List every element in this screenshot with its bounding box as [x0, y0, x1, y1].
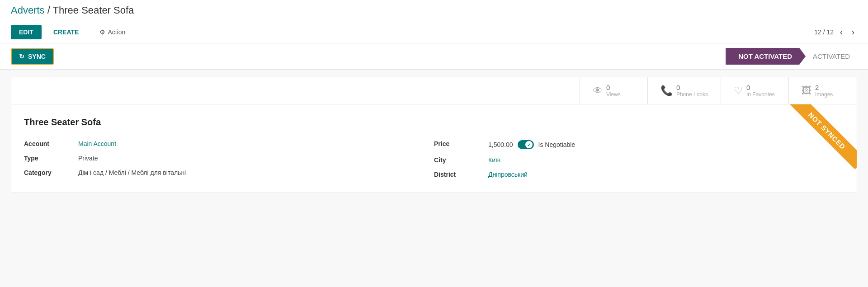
action-label: Action: [108, 28, 125, 36]
views-count: 0: [606, 84, 621, 91]
create-button[interactable]: CREATE: [45, 25, 87, 39]
stats-row: 👁 0 Views 📞 0 Phone Looks ♡ 0 In Favorit…: [11, 77, 857, 104]
stat-phone-looks: 📞 0 Phone Looks: [648, 77, 721, 104]
price-label: Price: [434, 140, 488, 147]
price-row: 1,500.00 ✓ Is Negotiable: [488, 140, 575, 149]
sync-button[interactable]: ↻ SYNC: [11, 48, 54, 65]
field-account: Account Main Account: [24, 136, 434, 151]
fields-grid: Account Main Account Type Private Catego…: [24, 136, 844, 182]
content-area: 👁 0 Views 📞 0 Phone Looks ♡ 0 In Favorit…: [0, 70, 868, 200]
type-label: Type: [24, 155, 78, 162]
toggle-check-icon: ✓: [527, 142, 531, 147]
breadcrumb-current: Three Seater Sofa: [53, 5, 134, 16]
status-activated[interactable]: ACTIVATED: [806, 48, 857, 65]
fields-left: Account Main Account Type Private Catego…: [24, 136, 434, 182]
card-title: Three Seater Sofa: [24, 117, 844, 127]
field-city: City Київ: [434, 153, 844, 167]
images-label: Images: [815, 91, 833, 98]
phone-looks-label: Phone Looks: [676, 91, 708, 98]
next-page-button[interactable]: ›: [849, 27, 857, 38]
favorites-icon: ♡: [734, 85, 743, 97]
action-button[interactable]: ⚙ Action: [99, 28, 125, 36]
stat-views: 👁 0 Views: [580, 77, 648, 104]
pagination: 12 / 12 ‹ ›: [814, 27, 857, 38]
top-bar: Adverts / Three Seater Sofa: [0, 0, 868, 21]
favorites-count: 0: [746, 84, 775, 91]
prev-page-button[interactable]: ‹: [837, 27, 845, 38]
type-value: Private: [78, 155, 98, 162]
pagination-display: 12 / 12: [814, 28, 834, 36]
sync-bar: ↻ SYNC NOT ACTIVATED ACTIVATED: [0, 43, 868, 70]
account-label: Account: [24, 140, 78, 147]
detail-card: Three Seater Sofa Account Main Account T…: [11, 104, 857, 193]
status-not-activated[interactable]: NOT ACTIVATED: [726, 48, 806, 65]
field-type: Type Private: [24, 151, 434, 165]
views-icon: 👁: [593, 85, 603, 97]
breadcrumb: Adverts / Three Seater Sofa: [11, 5, 134, 16]
images-icon: 🖼: [802, 85, 811, 97]
price-value: 1,500.00: [488, 141, 513, 148]
category-value: Дім і сад / Меблі / Меблі для вітальні: [78, 169, 186, 176]
phone-looks-count: 0: [676, 84, 708, 91]
sync-label: SYNC: [28, 53, 46, 60]
images-count: 2: [815, 84, 833, 91]
breadcrumb-separator: /: [47, 5, 53, 16]
phone-icon: 📞: [660, 85, 673, 97]
views-label: Views: [606, 91, 621, 98]
field-price: Price 1,500.00 ✓ Is Negotiable: [434, 136, 844, 153]
edit-button[interactable]: EDIT: [11, 25, 42, 39]
field-district: District Дніпровський: [434, 167, 844, 182]
fields-right: Price 1,500.00 ✓ Is Negotiable City Київ: [434, 136, 844, 182]
sync-icon: ↻: [19, 53, 24, 60]
status-bar: NOT ACTIVATED ACTIVATED: [726, 48, 857, 65]
stat-favorites: ♡ 0 In Favorites: [721, 77, 789, 104]
account-value[interactable]: Main Account: [78, 140, 116, 147]
category-label: Category: [24, 169, 78, 176]
favorites-label: In Favorites: [746, 91, 775, 98]
field-category: Category Дім і сад / Меблі / Меблі для в…: [24, 165, 434, 180]
district-value[interactable]: Дніпровський: [488, 171, 528, 178]
city-label: City: [434, 156, 488, 164]
breadcrumb-parent[interactable]: Adverts: [11, 5, 45, 16]
gear-icon: ⚙: [99, 28, 105, 36]
stat-images: 🖼 2 Images: [789, 77, 857, 104]
toolbar: EDIT CREATE ⚙ Action 12 / 12 ‹ ›: [0, 21, 868, 43]
city-value[interactable]: Київ: [488, 156, 500, 164]
negotiable-label: Is Negotiable: [538, 141, 576, 148]
district-label: District: [434, 171, 488, 178]
negotiable-toggle[interactable]: ✓: [518, 140, 534, 149]
